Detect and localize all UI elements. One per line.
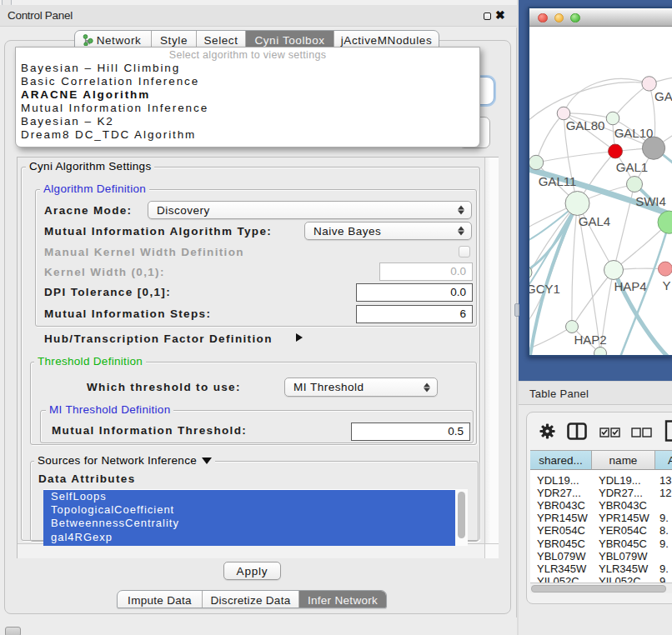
column-header-name[interactable]: name [592, 450, 655, 470]
mi-steps-label: Mutual Information Steps: [44, 308, 211, 320]
table-row[interactable]: YER054CYER054C8. [530, 522, 672, 534]
kernel-width-field[interactable]: 0.0 [379, 262, 473, 281]
control-panel-titlebar [0, 5, 519, 27]
expand-arrow-icon[interactable] [296, 333, 303, 342]
document-icon[interactable] [664, 420, 672, 445]
data-attributes-list[interactable]: SelfLoops TopologicalCoefficient Between… [43, 489, 468, 546]
table-row[interactable]: YBL079WYBL079W [530, 547, 672, 559]
list-scrollbar-thumb[interactable] [458, 492, 465, 538]
algorithm-dropdown-popup: Select algorithm to view settings Bayesi… [15, 47, 480, 148]
table-row[interactable]: YPR145WYPR145W9. [530, 509, 672, 522]
dropdown-header: Select algorithm to view settings [16, 48, 479, 62]
list-item[interactable]: SelfLoops [43, 490, 468, 504]
minimize-traffic-light[interactable] [554, 13, 564, 23]
tab-jactivemnodules[interactable]: jActiveMNodules [333, 31, 439, 48]
manual-kernel-checkbox[interactable] [459, 246, 470, 258]
control-panel-tabs: Network Style Select Cyni Toolbox jActiv… [74, 30, 439, 48]
list-item[interactable]: BetweennessCentrality [43, 517, 468, 531]
sources-title: Sources for Network Inference [38, 454, 197, 467]
tab-infer-network[interactable]: Infer Network [298, 591, 386, 608]
dropdown-item[interactable]: Dream8 DC_TDC Algorithm [16, 128, 479, 142]
list-item[interactable]: gal4RGexp [43, 531, 468, 545]
spinner-arrows-icon [458, 227, 465, 236]
table-row[interactable]: YIL052CYIL052C9. [530, 572, 672, 582]
node [642, 137, 664, 159]
column-header-shared-name[interactable]: shared... [530, 450, 592, 470]
dropdown-item[interactable]: Bayesian – K2 [16, 115, 479, 128]
node [659, 262, 672, 276]
table-row[interactable]: YDL19...YDL19...13 [530, 471, 672, 483]
list-item[interactable]: TopologicalCoefficient [43, 503, 468, 518]
kernel-width-label: Kernel Width (0,1): [44, 266, 165, 278]
divider-handle[interactable] [514, 303, 519, 317]
mi-type-combobox[interactable]: Naive Bayes [304, 222, 472, 240]
table-cell: YIL052C [599, 575, 641, 582]
vertical-scrollbar[interactable] [484, 158, 499, 558]
tab-impute-data[interactable]: Impute Data [118, 591, 202, 608]
mi-type-value: Naive Bayes [313, 225, 381, 238]
network-graph: GAL GAL80 GAL1 GAL10 GAL11 GAL4 SWI4 GCY… [529, 28, 672, 355]
dropdown-item[interactable]: Basic Correlation Inference [16, 75, 479, 88]
mi-threshold-field[interactable]: 0.5 [351, 422, 470, 441]
scrollbar-corner [484, 543, 499, 558]
aracne-mode-label: Aracne Mode: [44, 204, 132, 217]
gear-icon[interactable] [539, 423, 555, 442]
algorithm-definition-title: Algorithm Definition [40, 182, 149, 195]
sources-title-wrap: Sources for Network Inference [34, 454, 215, 467]
which-threshold-value: MI Threshold [293, 381, 364, 393]
table-row[interactable]: YBR045CYBR045C9. [530, 534, 672, 547]
apply-button[interactable]: Apply [223, 562, 281, 580]
network-canvas[interactable]: GAL GAL80 GAL1 GAL10 GAL11 GAL4 SWI4 GCY… [529, 28, 672, 355]
columns-icon[interactable] [567, 422, 587, 443]
network-window-titlebar[interactable] [529, 8, 672, 27]
node [604, 261, 624, 280]
node [529, 155, 544, 169]
spinner-arrows-icon [424, 382, 431, 392]
column-header-partial[interactable]: A [655, 450, 672, 470]
spinner-arrows-icon [458, 206, 465, 215]
dropdown-item[interactable]: Mutual Information Inference [16, 102, 479, 115]
threshold-definition-title: Threshold Definition [34, 355, 146, 368]
which-threshold-combobox[interactable]: MI Threshold [284, 378, 438, 397]
table-horizontal-scrollbar[interactable] [530, 582, 672, 593]
list-scrollbar[interactable] [455, 489, 468, 546]
float-icon[interactable] [484, 12, 491, 20]
zoom-traffic-light[interactable] [570, 13, 580, 23]
table-row[interactable]: YDR27...YDR27...12 [530, 483, 672, 496]
tab-network[interactable]: Network [75, 31, 151, 48]
node [609, 144, 623, 158]
network-view-window: GAL GAL80 GAL1 GAL10 GAL11 GAL4 SWI4 GCY… [528, 7, 672, 357]
dropdown-item-selected[interactable]: ARACNE Algorithm [16, 88, 479, 102]
close-icon[interactable]: ✖ [495, 8, 505, 22]
dpi-tolerance-field[interactable]: 0.0 [356, 283, 473, 302]
node-label: SWI4 [635, 194, 666, 208]
node-label: GAL10 [614, 126, 654, 140]
tab-select[interactable]: Select [196, 31, 245, 48]
node-label: Y [662, 278, 670, 292]
hub-definition-label: Hub/Transcription Factor Definition [44, 332, 273, 345]
unchecked-boxes-icon[interactable] [631, 426, 652, 441]
node [594, 348, 607, 356]
tab-style[interactable]: Style [151, 31, 196, 48]
mi-steps-field[interactable]: 6 [356, 305, 473, 323]
tab-discretize-data[interactable]: Discretize Data [202, 591, 298, 608]
mi-threshold-title: MI Threshold Definition [46, 403, 173, 416]
close-traffic-light[interactable] [538, 13, 548, 23]
dpi-tolerance-label: DPI Tolerance [0,1]: [44, 286, 171, 298]
control-panel-title: Control Panel [8, 9, 73, 22]
tab-cyni-toolbox[interactable]: Cyni Toolbox [245, 31, 333, 48]
node-label: GAL80 [566, 118, 605, 132]
dropdown-item[interactable]: Bayesian – Hill Climbing [16, 62, 479, 75]
node-label: GAL [654, 89, 672, 103]
status-bar-icon[interactable] [5, 627, 21, 635]
table-panel: shared... name A YDL19...YDL19...13YDR27… [526, 412, 672, 604]
table-scrollbar-thumb[interactable] [531, 585, 666, 592]
bottom-tabs: Impute Data Discretize Data Infer Networ… [117, 590, 387, 608]
collapse-arrow-icon[interactable] [202, 458, 212, 464]
table-row[interactable]: YLR345WYLR345W9. [530, 559, 672, 572]
tab-network-label: Network [97, 34, 142, 47]
aracne-mode-combobox[interactable]: Discovery [148, 201, 472, 219]
checked-boxes-icon[interactable] [599, 426, 620, 441]
node-table: shared... name A YDL19...YDL19...13YDR27… [530, 450, 672, 582]
table-row[interactable]: YBR043CYBR043C [530, 496, 672, 508]
